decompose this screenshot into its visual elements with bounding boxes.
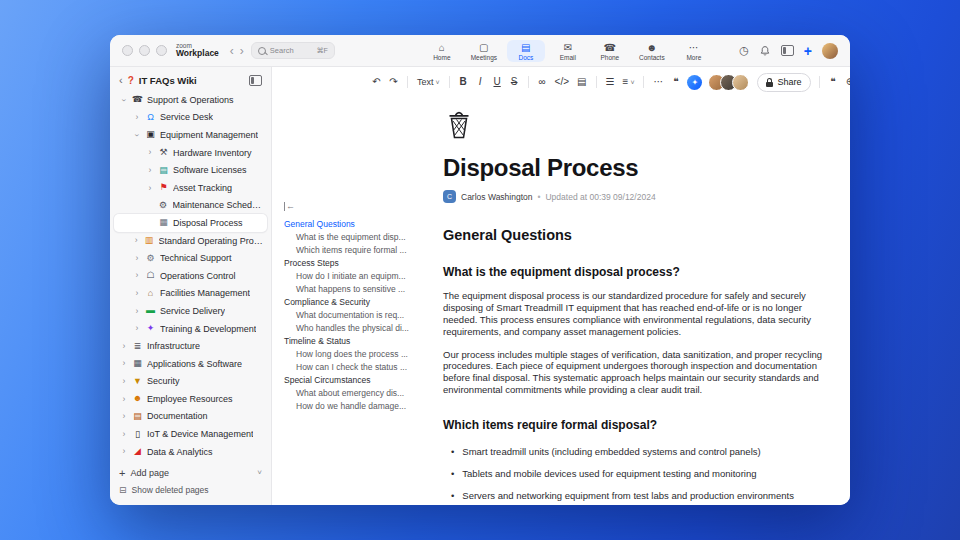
outline-item-compliance-security[interactable]: Compliance & Security [284, 296, 436, 309]
sidebar-item-disposal-process[interactable]: ▦Disposal Process [114, 214, 267, 232]
sidebar-item-infrastructure[interactable]: ›≣Infrastructure [114, 337, 267, 355]
add-page-button[interactable]: + Add page ˅ [114, 464, 267, 481]
outline-item-which-items-require-formal[interactable]: Which items require formal ... [284, 244, 436, 257]
history-icon[interactable]: ◷ [739, 45, 749, 56]
close-window-button[interactable] [122, 45, 133, 56]
publish-to-web-button[interactable]: ⊕ [843, 73, 851, 91]
strikethrough-button[interactable]: S [507, 73, 522, 91]
sidebar-item-technical-support[interactable]: ›⚙Technical Support [114, 249, 267, 267]
chevron-icon[interactable]: › [120, 359, 128, 368]
outline-item-timeline-status[interactable]: Timeline & Status [284, 335, 436, 348]
outline-item-what-about-emergency-dis[interactable]: What about emergency dis... [284, 387, 436, 400]
comment-button[interactable]: ❝ [668, 73, 683, 91]
text-style-button[interactable]: Text˅ [414, 73, 443, 91]
chevron-icon[interactable]: › [120, 96, 129, 104]
toolbar-right: ❝✦Share❝⊕⋯ [667, 73, 850, 92]
outline-item-how-do-we-handle-damage[interactable]: How do we handle damage... [284, 400, 436, 413]
undo-button[interactable]: ↶ [369, 73, 384, 91]
sidebar-item-security[interactable]: ›▼Security [114, 373, 267, 391]
tab-meetings[interactable]: ▢Meetings [465, 40, 503, 62]
chevron-icon[interactable]: › [120, 430, 128, 439]
sidebar-item-service-delivery[interactable]: ›▬Service Delivery [114, 302, 267, 320]
sidebar-item-training-development[interactable]: ›✦Training & Development [114, 320, 267, 338]
italic-button[interactable]: I [473, 73, 488, 91]
align-button[interactable]: ≡˅ [620, 73, 638, 91]
share-button[interactable]: Share [757, 73, 810, 92]
sidebar-item-equipment-management[interactable]: ›▣Equipment Management [114, 126, 267, 144]
outline-collapse-icon[interactable]: ← [284, 202, 295, 211]
tab-docs[interactable]: ▤Docs [507, 40, 545, 62]
sidebar-collapse-icon[interactable] [249, 75, 262, 86]
sidebar-item-operations-control[interactable]: ›☖Operations Control [114, 267, 267, 285]
history-forward-button[interactable]: › [237, 45, 247, 57]
bold-button[interactable]: B [456, 73, 471, 91]
chevron-icon[interactable]: › [146, 166, 154, 175]
link-button[interactable]: ∞ [535, 73, 550, 91]
chevron-icon[interactable]: › [133, 289, 141, 298]
chevron-icon[interactable]: › [146, 184, 154, 193]
sidebar-item-data-analytics[interactable]: ›◢Data & Analytics [114, 443, 267, 461]
outline-item-how-can-i-check-the-status[interactable]: How can I check the status ... [284, 361, 436, 374]
history-back-button[interactable]: ‹ [227, 45, 237, 57]
chevron-icon[interactable]: › [133, 271, 141, 280]
minimize-window-button[interactable] [139, 45, 150, 56]
chevron-icon[interactable]: › [146, 148, 154, 157]
chevron-icon[interactable]: › [120, 447, 128, 456]
sidebar-item-employee-resources[interactable]: ›☻Employee Resources [114, 390, 267, 408]
outline-item-who-handles-the-physical-di[interactable]: Who handles the physical di... [284, 322, 436, 335]
sidebar-item-applications-software[interactable]: ›▦Applications & Software [114, 355, 267, 373]
chevron-icon[interactable]: › [133, 131, 142, 139]
outline-item-what-is-the-equipment-disp[interactable]: What is the equipment disp... [284, 231, 436, 244]
chevron-icon[interactable]: › [120, 377, 128, 386]
outline-item-what-happens-to-sensitive[interactable]: What happens to sensitive ... [284, 283, 436, 296]
new-button[interactable]: + [804, 44, 812, 58]
global-search-input[interactable]: Search ⌘F [251, 42, 335, 59]
chevron-icon[interactable]: › [133, 254, 141, 263]
chevron-icon[interactable]: › [133, 307, 141, 316]
ai-companion-button[interactable]: ✦ [687, 75, 702, 90]
tab-more[interactable]: ⋯More [675, 40, 713, 62]
outline-item-what-documentation-is-req[interactable]: What documentation is req... [284, 309, 436, 322]
zoom-window-button[interactable] [156, 45, 167, 56]
outline-item-special-circumstances[interactable]: Special Circumstances [284, 374, 436, 387]
bullet-list-button[interactable]: ☰ [603, 73, 618, 91]
outline-item-general-questions[interactable]: General Questions [284, 218, 436, 231]
sidebar-item-asset-tracking[interactable]: ›⚑Asset Tracking [114, 179, 267, 197]
tab-contacts[interactable]: ☻Contacts [633, 40, 671, 62]
chevron-icon[interactable]: › [133, 113, 141, 122]
sidebar-item-facilities-management[interactable]: ›⌂Facilities Management [114, 285, 267, 303]
chat-button[interactable]: ❝ [826, 73, 841, 91]
tab-email[interactable]: ✉Email [549, 40, 587, 62]
panel-toggle-icon[interactable] [781, 45, 794, 56]
document-body[interactable]: Disposal Process C Carlos Washington • U… [443, 97, 825, 505]
chevron-icon[interactable]: › [120, 395, 128, 404]
more-formatting-button[interactable]: ⋯ [650, 73, 666, 91]
notifications-icon[interactable] [759, 45, 771, 57]
sidebar-item-hardware-inventory[interactable]: ›⚒Hardware Inventory [114, 144, 267, 162]
byline-separator: • [538, 192, 541, 202]
sidebar-item-support-operations[interactable]: ›☎Support & Operations [114, 91, 267, 109]
code-block-button[interactable]: ▤ [574, 73, 589, 91]
chevron-icon[interactable]: › [120, 342, 128, 351]
tab-phone[interactable]: ☎Phone [591, 40, 629, 62]
outline-item-how-do-i-initiate-an-equipm[interactable]: How do I initiate an equipm... [284, 270, 436, 283]
outline-item-how-long-does-the-process[interactable]: How long does the process ... [284, 348, 436, 361]
user-avatar[interactable] [822, 43, 838, 59]
sidebar-item-standard-operating-procedures[interactable]: ›▥Standard Operating Procedures [114, 232, 267, 250]
chevron-icon[interactable]: › [133, 324, 141, 333]
outline-item-process-steps[interactable]: Process Steps [284, 257, 436, 270]
sidebar-item-iot-device-management[interactable]: ›▯IoT & Device Management [114, 425, 267, 443]
sidebar-item-service-desk[interactable]: ›ΩService Desk [114, 109, 267, 127]
underline-button[interactable]: U [490, 73, 505, 91]
chevron-down-icon[interactable]: ˅ [257, 468, 262, 477]
show-deleted-pages-button[interactable]: ⊟ Show deleted pages [114, 481, 267, 498]
chevron-icon[interactable]: › [120, 412, 128, 421]
sidebar-item-maintenance-schedules[interactable]: ⚙Maintenance Schedules [114, 197, 267, 215]
sidebar-item-documentation[interactable]: ›▤Documentation [114, 408, 267, 426]
tab-home[interactable]: ⌂Home [423, 40, 461, 62]
sidebar-back-button[interactable]: ‹ [119, 75, 123, 86]
chevron-icon[interactable]: › [133, 236, 140, 245]
sidebar-item-software-licenses[interactable]: ›▤Software Licenses [114, 161, 267, 179]
redo-button[interactable]: ↷ [386, 73, 401, 91]
inline-code-button[interactable]: </> [552, 73, 572, 91]
